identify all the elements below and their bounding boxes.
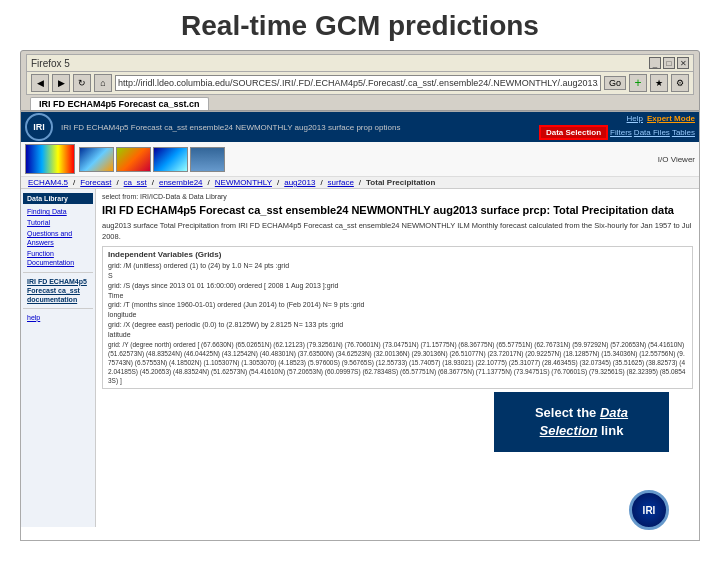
data-selection-button[interactable]: Data Selection bbox=[539, 125, 608, 140]
help-link[interactable]: Help bbox=[627, 114, 643, 123]
nav-tab-surface[interactable]: surface bbox=[325, 178, 357, 187]
settings-icon[interactable]: ⚙ bbox=[671, 74, 689, 92]
viz-thumb-1 bbox=[79, 147, 114, 172]
browser-tabs: IRI FD ECHAM4p5 Forecast ca_sst.cn bbox=[26, 95, 694, 110]
browser-toolbar: ◀ ▶ ↻ ⌂ Go + ★ ⚙ bbox=[26, 72, 694, 95]
iri-logo-bottom: IRI bbox=[629, 490, 669, 530]
browser-content: IRI IRI FD ECHAM4p5 Forecast ca_sst ense… bbox=[20, 111, 700, 541]
independent-variables-label: Independent Variables (Grids) bbox=[108, 250, 687, 259]
iri-logo-top: IRI bbox=[25, 113, 53, 141]
nav-tab-totalprecip[interactable]: Total Precipitation bbox=[363, 178, 438, 187]
callout-text-after: link bbox=[597, 423, 623, 438]
iri-nav-tabs: ECHAM4.5 / Forecast / ca_sst / ensemble2… bbox=[21, 177, 699, 189]
close-button[interactable]: ✕ bbox=[677, 57, 689, 69]
back-button[interactable]: ◀ bbox=[31, 74, 49, 92]
sidebar-iri-echam[interactable]: IRI FD ECHAM4p5 Forecast ca_sst document… bbox=[23, 276, 93, 305]
dataset-name-header: IRI FD ECHAM4p5 Forecast ca_sst ensemble… bbox=[61, 123, 400, 132]
viewer-label: I/O Viewer bbox=[658, 155, 695, 164]
sidebar-title: Data Library bbox=[23, 193, 93, 204]
iri-main-content: select from: IRI/ICD-Data & Data Library… bbox=[96, 189, 699, 527]
add-bookmark-icon[interactable]: + bbox=[629, 74, 647, 92]
nav-tab-aug2013[interactable]: aug2013 bbox=[281, 178, 318, 187]
expert-mode-link[interactable]: Expert Mode bbox=[647, 114, 695, 123]
variables-box: Independent Variables (Grids) grid: /M (… bbox=[102, 246, 693, 389]
page-title: Real-time GCM predictions bbox=[20, 10, 700, 42]
tables-link[interactable]: Tables bbox=[672, 128, 695, 137]
nav-tab-newmonthly[interactable]: NEWMONTHLY bbox=[212, 178, 275, 187]
sidebar-help[interactable]: help bbox=[23, 312, 93, 323]
nav-tab-echam[interactable]: ECHAM4.5 bbox=[25, 178, 71, 187]
var-line-y: grid: /Y (degree north) ordered [ (67.66… bbox=[108, 340, 687, 385]
viz-thumb-2 bbox=[116, 147, 151, 172]
sidebar-tutorial[interactable]: Tutorial bbox=[23, 217, 93, 228]
go-button[interactable]: Go bbox=[604, 76, 626, 90]
tab-label: IRI FD ECHAM4p5 Forecast ca_sst.cn bbox=[39, 99, 200, 109]
bookmark-icon[interactable]: ★ bbox=[650, 74, 668, 92]
iri-topbar: IRI IRI FD ECHAM4p5 Forecast ca_sst ense… bbox=[21, 112, 699, 142]
sidebar-finding-data[interactable]: Finding Data bbox=[23, 206, 93, 217]
data-selection-callout: Select the Data Selection link bbox=[494, 392, 669, 452]
header-links: Help Expert Mode bbox=[627, 114, 695, 123]
var-line-t: grid: /T (months since 1960-01-01) order… bbox=[108, 300, 687, 310]
var-label-lat: latitude bbox=[108, 330, 687, 340]
viz-thumbnails bbox=[79, 147, 225, 172]
breadcrumb: select from: IRI/ICD-Data & Data Library bbox=[102, 193, 693, 200]
viz-thumb-4 bbox=[190, 147, 225, 172]
forward-button[interactable]: ▶ bbox=[52, 74, 70, 92]
var-label-time: Time bbox=[108, 291, 687, 301]
filters-link[interactable]: Filters bbox=[610, 128, 632, 137]
iri-sidebar: Data Library Finding Data Tutorial Quest… bbox=[21, 189, 96, 527]
dataset-title: IRI FD ECHAM4p5 Forecast ca_sst ensemble… bbox=[102, 203, 693, 217]
browser-controls: _ □ ✕ bbox=[649, 57, 689, 69]
maximize-button[interactable]: □ bbox=[663, 57, 675, 69]
refresh-button[interactable]: ↻ bbox=[73, 74, 91, 92]
iri-main-layout: Data Library Finding Data Tutorial Quest… bbox=[21, 189, 699, 527]
sidebar-divider-2 bbox=[23, 308, 93, 309]
viz-thumb-3 bbox=[153, 147, 188, 172]
nav-tab-ensemble[interactable]: ensemble24 bbox=[156, 178, 206, 187]
browser-tab-active[interactable]: IRI FD ECHAM4p5 Forecast ca_sst.cn bbox=[30, 97, 209, 110]
dataset-description: aug2013 surface Total Precipitation from… bbox=[102, 221, 693, 242]
home-button[interactable]: ⌂ bbox=[94, 74, 112, 92]
nav-tab-casst[interactable]: ca_sst bbox=[121, 178, 150, 187]
browser-title: Firefox 5 bbox=[31, 58, 70, 69]
var-label-s: S bbox=[108, 271, 687, 281]
address-bar[interactable] bbox=[115, 75, 601, 91]
var-line-x: grid: /X (degree east) periodic (0.0) to… bbox=[108, 320, 687, 330]
minimize-button[interactable]: _ bbox=[649, 57, 661, 69]
browser-window: Firefox 5 _ □ ✕ ◀ ▶ ↻ ⌂ Go + ★ ⚙ IRI FD … bbox=[20, 50, 700, 111]
nav-tab-forecast[interactable]: Forecast bbox=[77, 178, 114, 187]
sidebar-divider bbox=[23, 272, 93, 273]
header-right: Help Expert Mode Data Selection Filters … bbox=[539, 114, 695, 140]
var-label-lon: longitude bbox=[108, 310, 687, 320]
sidebar-qa[interactable]: Questions and Answers bbox=[23, 228, 93, 248]
data-files-link[interactable]: Data Files bbox=[634, 128, 670, 137]
iri-website: IRI IRI FD ECHAM4p5 Forecast ca_sst ense… bbox=[21, 112, 699, 540]
browser-titlebar: Firefox 5 _ □ ✕ bbox=[26, 54, 694, 72]
sidebar-function-docs[interactable]: Function Documentation bbox=[23, 248, 93, 268]
var-line-m: grid: /M (unitless) ordered (1) to (24) … bbox=[108, 261, 687, 271]
var-line-s: grid: /S (days since 2013 01 01 16:00:00… bbox=[108, 281, 687, 291]
page-title-area: Real-time GCM predictions bbox=[0, 0, 720, 50]
callout-text-before: Select the bbox=[535, 405, 600, 420]
color-map-viz bbox=[25, 144, 75, 174]
